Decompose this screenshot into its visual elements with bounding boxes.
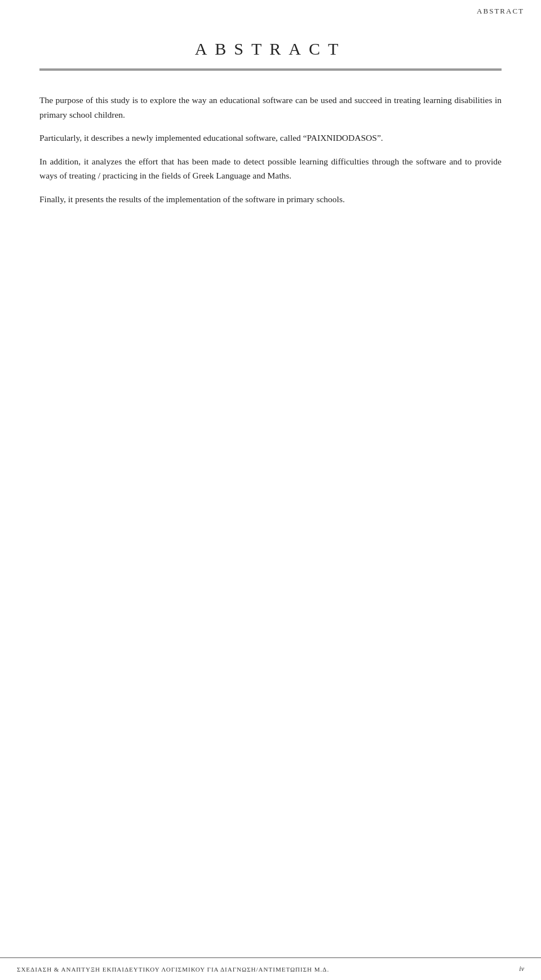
page-header-label: Abstract (477, 7, 524, 16)
abstract-title: Abstract (39, 39, 502, 59)
paragraph-4: Finally, it presents the results of the … (39, 192, 502, 207)
footer-page-number: iv (519, 965, 524, 973)
paragraph-3: In addition, it analyzes the effort that… (39, 154, 502, 183)
page-container: Abstract Abstract The purpose of this st… (0, 0, 541, 980)
paragraph-1: The purpose of this study is to explore … (39, 93, 502, 122)
main-content: Abstract The purpose of this study is to… (39, 0, 502, 980)
footer-left-text: ΣΧΕΔΙΑΣΗ & ΑΝΑΠΤΥΞΗ ΕΚΠΑΙΔΕΥΤΙΚΟΥ ΛΟΓΙΣΜ… (17, 966, 329, 973)
header-text: Abstract (477, 7, 524, 15)
title-divider (39, 69, 502, 70)
paragraph-2: Particularly, it describes a newly imple… (39, 131, 502, 145)
page-footer: ΣΧΕΔΙΑΣΗ & ΑΝΑΠΤΥΞΗ ΕΚΠΑΙΔΕΥΤΙΚΟΥ ΛΟΓΙΣΜ… (0, 957, 541, 980)
